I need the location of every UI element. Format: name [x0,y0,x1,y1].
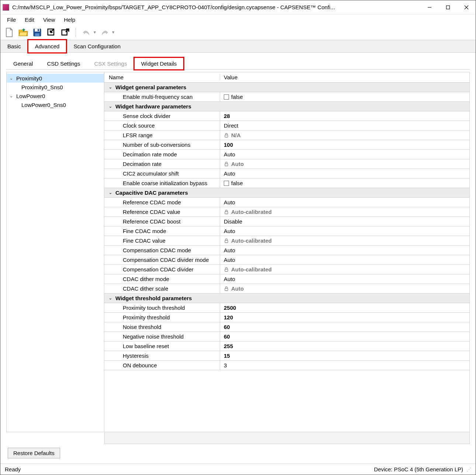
tab-csd-settings[interactable]: CSD Settings [40,58,87,69]
work-area: General CSD Settings CSX Settings Widget… [0,53,476,464]
undo-icon[interactable] [80,27,92,38]
row-proximity-threshold[interactable]: Proximity threshold120 [104,313,469,322]
chevron-down-icon[interactable] [109,190,115,195]
row-low-baseline-reset[interactable]: Low baseline reset255 [104,341,469,351]
redo-dropdown[interactable]: ▼ [99,27,115,38]
new-file-icon[interactable] [3,27,15,38]
window-controls [420,1,476,14]
status-device: Device: PSoC 4 (5th Generation LP) [374,466,463,472]
lock-icon [224,286,229,291]
svg-rect-7 [38,29,39,31]
group-label: Widget threshold parameters [115,295,192,301]
row-negative-noise-threshold[interactable]: Negative noise threshold60 [104,332,469,341]
row-enable-multi-frequency-scan[interactable]: Enable multi-frequency scanfalse [104,92,469,102]
row-decimation-rate[interactable]: Decimation rateAuto [104,159,469,169]
restore-defaults-button[interactable]: Restore Defaults [8,448,60,458]
row-cic2-accumulator-shift[interactable]: CIC2 accumulator shiftAuto [104,169,469,178]
primary-tabs: Basic Advanced Scan Configuration [0,40,476,53]
tab-widget-details[interactable]: Widget Details [134,58,184,70]
open-folder-icon[interactable] [17,27,29,38]
row-clock-source[interactable]: Clock sourceDirect [104,121,469,131]
tab-advanced[interactable]: Advanced [28,40,67,53]
column-header-value[interactable]: Value [220,74,469,80]
chevron-down-icon[interactable] [109,85,115,90]
app-window: C:/mtw/MSCLP_Low_Power_Proximity/bsps/TA… [0,0,476,475]
chevron-down-icon[interactable] [109,104,115,109]
redo-icon[interactable] [99,27,111,38]
group-widget-general[interactable]: Widget general parameters [104,83,469,92]
property-grid-body[interactable]: Widget general parameters Enable multi-f… [104,83,469,432]
menu-help[interactable]: Help [59,15,80,24]
chevron-down-icon[interactable] [10,94,15,98]
row-lfsr-range[interactable]: LFSR rangeN/A [104,131,469,140]
app-icon [3,4,9,11]
row-number-sub-conversions[interactable]: Number of sub-conversions100 [104,140,469,150]
row-cdac-dither-mode[interactable]: CDAC dither modeAuto [104,274,469,284]
svg-rect-9 [225,164,228,166]
widget-tree[interactable]: Proximity0 Proximity0_Sns0 LowPower0 Low… [6,72,104,432]
row-reference-cdac-value[interactable]: Reference CDAC valueAuto-calibrated [104,207,469,217]
property-grid-header: Name Value [104,72,469,83]
toolbar: ▼ ▼ [0,25,476,40]
tree-item-lowpower0-sns0[interactable]: LowPower0_Sns0 [7,100,104,109]
svg-rect-6 [35,33,39,36]
maximize-button[interactable] [439,1,457,14]
tab-scan-configuration[interactable]: Scan Configuration [66,40,128,52]
secondary-tabs: General CSD Settings CSX Settings Widget… [6,57,470,70]
row-fine-cdac-mode[interactable]: Fine CDAC modeAuto [104,226,469,236]
row-decimation-rate-mode[interactable]: Decimation rate modeAuto [104,150,469,159]
menu-file[interactable]: File [3,15,20,24]
tree-item-proximity0[interactable]: Proximity0 [7,74,104,83]
tab-csx-settings: CSX Settings [87,58,134,69]
svg-rect-11 [225,240,228,243]
group-label: Widget general parameters [115,84,186,90]
lock-icon [224,238,229,243]
tab-general[interactable]: General [6,58,40,69]
menu-edit[interactable]: Edit [20,15,39,24]
row-reference-cdac-boost[interactable]: Reference CDAC boostDisable [104,217,469,226]
row-sense-clock-divider[interactable]: Sense clock divider28 [104,111,469,121]
property-description [104,432,470,444]
restore-row: Restore Defaults [6,444,470,461]
import-icon[interactable] [45,27,57,38]
checkbox-icon[interactable] [224,181,229,186]
row-noise-threshold[interactable]: Noise threshold60 [104,322,469,332]
row-on-debounce[interactable]: ON debounce3 [104,361,469,370]
column-header-name[interactable]: Name [104,74,220,80]
minimize-button[interactable] [420,1,439,14]
close-button[interactable] [457,1,476,14]
caret-down-icon: ▼ [93,30,97,34]
row-proximity-touch-threshold[interactable]: Proximity touch threshold2500 [104,303,469,313]
tab-basic[interactable]: Basic [0,40,28,52]
group-widget-threshold[interactable]: Widget threshold parameters [104,294,469,303]
chevron-down-icon[interactable] [109,296,115,301]
row-compensation-cdac-divider-mode[interactable]: Compensation CDAC divider modeAuto [104,255,469,265]
row-enable-coarse-init-bypass[interactable]: Enable coarse initialization bypassfalse [104,178,469,188]
menu-view[interactable]: View [39,15,59,24]
lock-icon [224,209,229,215]
save-icon[interactable] [31,27,43,38]
svg-rect-1 [447,6,450,9]
row-reference-cdac-mode[interactable]: Reference CDAC modeAuto [104,198,469,207]
resize-grip-icon[interactable]: ⋰ [467,467,471,472]
undo-dropdown[interactable]: ▼ [80,27,97,38]
row-cdac-dither-scale[interactable]: CDAC dither scaleAuto [104,284,469,294]
row-compensation-cdac-mode[interactable]: Compensation CDAC modeAuto [104,246,469,255]
tree-item-lowpower0[interactable]: LowPower0 [7,91,104,100]
svg-rect-5 [35,28,40,31]
tree-label: LowPower0_Sns0 [21,102,66,108]
svg-rect-8 [225,135,228,137]
group-widget-hardware[interactable]: Widget hardware parameters [104,102,469,111]
export-icon[interactable] [59,27,71,38]
menubar: File Edit View Help [0,14,476,25]
row-fine-cdac-value[interactable]: Fine CDAC valueAuto-calibrated [104,236,469,246]
chevron-down-icon[interactable] [10,76,15,81]
content-split: Proximity0 Proximity0_Sns0 LowPower0 Low… [6,72,470,432]
svg-rect-13 [225,288,228,291]
checkbox-icon[interactable] [224,94,229,100]
group-capacitive-dac[interactable]: Capacitive DAC parameters [104,188,469,198]
status-ready: Ready [5,466,21,472]
row-hysteresis[interactable]: Hysteresis15 [104,351,469,361]
tree-item-proximity0-sns0[interactable]: Proximity0_Sns0 [7,83,104,91]
row-compensation-cdac-divider[interactable]: Compensation CDAC dividerAuto-calibrated [104,265,469,274]
